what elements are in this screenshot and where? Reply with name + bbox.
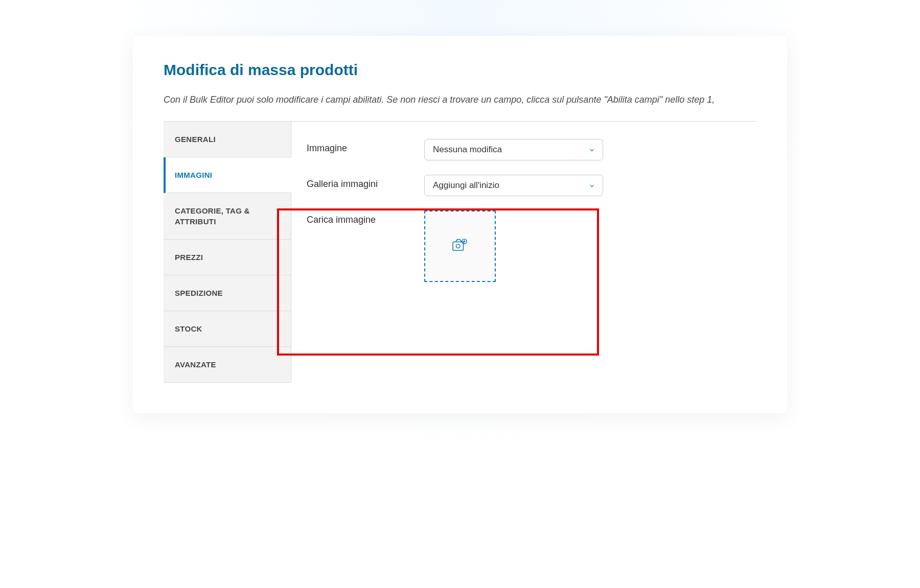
tab-immagini[interactable]: IMMAGINI <box>164 157 291 193</box>
select-immagine[interactable]: Nessuna modifica <box>424 139 603 160</box>
add-image-icon <box>452 239 468 254</box>
row-galleria: Galleria immagini Aggiungi all'inizio <box>307 175 739 196</box>
select-galleria[interactable]: Aggiungi all'inizio <box>424 175 603 196</box>
label-galleria: Galleria immagini <box>307 175 424 190</box>
select-immagine-value: Nessuna modifica <box>433 145 502 155</box>
tabs-sidebar: GENERALI IMMAGINI CATEGORIE, TAG & ATTRI… <box>164 122 291 383</box>
row-immagine: Immagine Nessuna modifica <box>307 139 739 160</box>
upload-image-box[interactable] <box>424 210 496 282</box>
tab-categorie[interactable]: CATEGORIE, TAG & ATTRIBUTI <box>164 193 291 240</box>
svg-point-1 <box>456 244 460 248</box>
page-subtitle: Con il Bulk Editor puoi solo modificare … <box>164 93 756 107</box>
tab-avanzate[interactable]: AVANZATE <box>164 347 291 383</box>
row-upload: Carica immagine <box>307 210 739 282</box>
settings-panel: GENERALI IMMAGINI CATEGORIE, TAG & ATTRI… <box>164 121 756 383</box>
tab-prezzi[interactable]: PREZZI <box>164 240 291 275</box>
tab-stock[interactable]: STOCK <box>164 311 291 347</box>
tab-spedizione[interactable]: SPEDIZIONE <box>164 275 291 311</box>
chevron-down-icon <box>588 182 595 189</box>
tab-generali[interactable]: GENERALI <box>164 122 291 157</box>
page-title: Modifica di massa prodotti <box>164 61 756 79</box>
tab-content: Immagine Nessuna modifica Galleria immag… <box>291 122 756 383</box>
label-upload: Carica immagine <box>307 210 424 225</box>
label-immagine: Immagine <box>307 139 424 154</box>
select-galleria-value: Aggiungi all'inizio <box>433 180 499 191</box>
chevron-down-icon <box>588 146 595 153</box>
editor-card: Modifica di massa prodotti Con il Bulk E… <box>133 36 787 413</box>
svg-rect-0 <box>453 242 463 251</box>
